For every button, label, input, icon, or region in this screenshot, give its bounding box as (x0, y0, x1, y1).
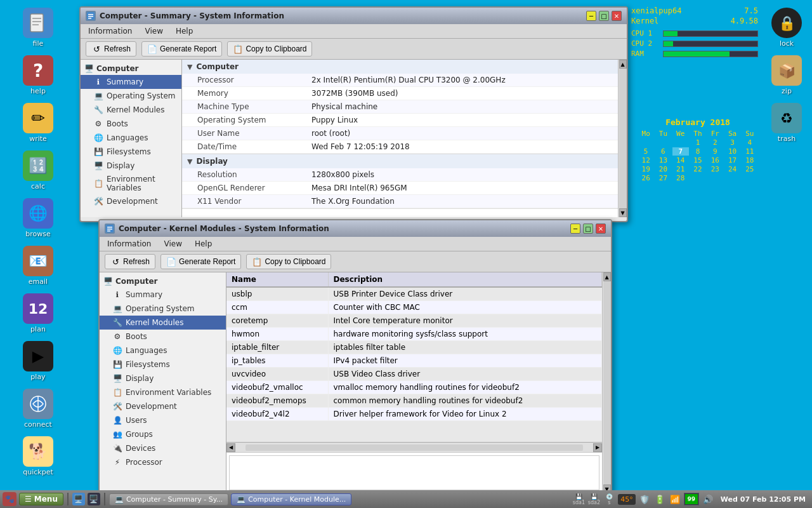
sidebar-item-display[interactable]: 🖥️ Display (81, 159, 181, 173)
summary-generate-button[interactable]: 📄 Generate Report (141, 41, 222, 57)
summary-maximize-button[interactable]: □ (599, 11, 609, 21)
computer-section-toggle[interactable]: ▼ (187, 63, 192, 71)
sidebar-item-envvars[interactable]: 📋 Environment Variables (81, 173, 181, 194)
taskbar-quick-launch-1[interactable]: 🖥️ (72, 493, 85, 505)
km-menu-information[interactable]: Information (105, 239, 154, 249)
km-hscroll[interactable]: ◀ ▶ (226, 442, 602, 452)
desktop-icon-calc[interactable]: 🔢 calc (13, 148, 63, 193)
taskbar-quick-launch-2[interactable]: 🖥️ (88, 493, 100, 505)
km-scroll-up-btn[interactable]: ▲ (603, 272, 611, 281)
table-row[interactable]: hwmonhardware monitoring sysfs/class sup… (226, 328, 602, 341)
table-row[interactable]: iptable_filteriptables filter table (226, 341, 602, 354)
km-sidebar-item-devices[interactable]: 🔌 Devices (100, 441, 226, 455)
desktop-icon-file[interactable]: file (13, 5, 63, 50)
km-sidebar-item-dev[interactable]: 🛠️ Development (100, 399, 226, 413)
km-close-button[interactable]: ✕ (596, 224, 606, 234)
hscroll-left-btn[interactable]: ◀ (226, 443, 235, 452)
summary-refresh-button[interactable]: ↺ Refresh (86, 41, 136, 57)
km-table-scroll[interactable]: Name Description usblpUSB Printer Device… (226, 272, 602, 442)
desktop-icon-lock[interactable]: 🔒 lock (761, 5, 812, 50)
sidebar-item-boots[interactable]: ⚙️ Boots (81, 117, 181, 131)
desktop-icon-connect[interactable]: connect (13, 386, 63, 431)
desktop-icon-write[interactable]: ✏️ write (13, 100, 63, 145)
tray-battery-icon[interactable]: 🔋 (653, 493, 666, 505)
sidebar-item-os[interactable]: 💻 Operating System (81, 89, 181, 103)
tray-disk3-icon[interactable]: 💿 s (603, 493, 615, 505)
desktop-icon-email[interactable]: 📧 email (13, 243, 63, 288)
taskbar-item-kernel[interactable]: 💻 Computer - Kernel Module... (231, 493, 351, 505)
summary-window-controls: ─ □ ✕ (586, 11, 622, 21)
km-tree-root-label: Computer (115, 277, 157, 286)
table-row[interactable]: videobuf2_v4l2Driver helper framework fo… (226, 408, 602, 421)
tray-cpu-indicator[interactable]: 99 (684, 493, 699, 505)
km-refresh-button[interactable]: ↺ Refresh (105, 254, 155, 269)
table-row[interactable]: videobuf2_memopscommon memory handling r… (226, 394, 602, 408)
summary-menu-view[interactable]: View (142, 26, 165, 36)
opengl-label: OpenGL Renderer (197, 184, 311, 192)
km-scrollbar[interactable]: ▲ ▼ (602, 272, 611, 493)
table-row[interactable]: uvcvideoUSB Video Class driver (226, 368, 602, 381)
km-sidebar-item-os[interactable]: 💻 Operating System (100, 302, 226, 316)
summary-titlebar[interactable]: Computer - Summary - System Information … (81, 8, 627, 24)
sidebar-item-languages[interactable]: 🌐 Languages (81, 131, 181, 145)
table-row[interactable]: usblpUSB Printer Device Class driver (226, 287, 602, 301)
sidebar-item-development[interactable]: 🛠️ Development (81, 194, 181, 208)
km-sidebar-item-summary[interactable]: ℹ️ Summary (100, 288, 226, 302)
tray-security-icon[interactable]: 🛡️ (638, 493, 651, 505)
km-copy-button[interactable]: 📋 Copy to Clipboard (246, 254, 331, 269)
summary-scrollbar[interactable]: ▲ ▼ (618, 60, 627, 217)
desktop-icon-browse[interactable]: 🌐 browse (13, 196, 63, 241)
scroll-up-btn[interactable]: ▲ (619, 60, 627, 69)
tray-sda2-icon[interactable]: 💾 sda2 (587, 493, 600, 505)
tray-temp[interactable]: 45° (618, 494, 636, 505)
taskbar-item-summary[interactable]: 💻 Computer - Summary - Sy... (109, 493, 228, 505)
tray-volume-icon[interactable]: 🔊 (702, 493, 714, 505)
km-sidebar-item-users[interactable]: 👤 Users (100, 413, 226, 427)
hscroll-thumb[interactable] (246, 444, 583, 451)
info-row-username: User Name root (root) (182, 127, 618, 140)
summary-copy-button[interactable]: 📋 Copy to Clipboard (227, 41, 312, 57)
summary-minimize-button[interactable]: ─ (586, 11, 596, 21)
summary-main-content[interactable]: ▼ Computer Processor 2x Intel(R) Pentium… (182, 60, 618, 217)
km-row-desc: hardware monitoring sysfs/class support (328, 328, 602, 341)
km-sidebar-item-filesystems[interactable]: 💾 Filesystems (100, 358, 226, 371)
km-sidebar-item-boots[interactable]: ⚙️ Boots (100, 330, 226, 344)
km-maximize-button[interactable]: □ (583, 224, 593, 234)
km-generate-button[interactable]: 📄 Generate Report (160, 254, 241, 269)
km-sidebar-item-languages[interactable]: 🌐 Languages (100, 344, 226, 358)
desktop-icon-trash[interactable]: ♻️ trash (761, 100, 812, 145)
km-sidebar-devices-label: Devices (126, 444, 155, 453)
sidebar-item-kernel[interactable]: 🔧 Kernel Modules (81, 103, 181, 117)
km-menubar: Information View Help (100, 237, 611, 251)
km-menu-help[interactable]: Help (192, 239, 214, 249)
km-sidebar-item-kernel[interactable]: 🔧 Kernel Modules (100, 316, 226, 330)
table-row[interactable]: coretempIntel Core temperature monitor (226, 314, 602, 328)
tray-sda1-icon[interactable]: 💾 sda1 (572, 493, 585, 505)
taskbar-start-button[interactable]: ☰ Menu (19, 493, 63, 505)
display-section-toggle[interactable]: ▼ (187, 157, 192, 166)
desktop-icon-help[interactable]: ? help (13, 53, 63, 98)
km-menu-view[interactable]: View (161, 239, 184, 249)
km-sidebar-item-envvars[interactable]: 📋 Environment Variables (100, 385, 226, 399)
desktop-icon-zip[interactable]: 📦 zip (761, 53, 812, 98)
table-row[interactable]: ccmCounter with CBC MAC (226, 301, 602, 314)
summary-close-button[interactable]: ✕ (612, 11, 622, 21)
sidebar-item-filesystems[interactable]: 💾 Filesystems (81, 145, 181, 159)
km-minimize-button[interactable]: ─ (570, 224, 580, 234)
summary-menu-information[interactable]: Information (86, 26, 134, 36)
scroll-down-btn[interactable]: ▼ (619, 208, 627, 217)
desktop-icon-quickpet[interactable]: 🐕 quickpet (13, 434, 63, 479)
km-sidebar-item-processor[interactable]: ⚡ Processor (100, 455, 226, 469)
table-row[interactable]: videobuf2_vmallocvmalloc memory handling… (226, 381, 602, 394)
sidebar-item-summary[interactable]: ℹ️ Summary (81, 75, 181, 89)
km-sidebar-item-display[interactable]: 🖥️ Display (100, 371, 226, 385)
km-detail-textarea[interactable] (229, 455, 599, 490)
km-titlebar[interactable]: Computer - Kernel Modules - System Infor… (100, 220, 611, 237)
km-sidebar-item-groups[interactable]: 👥 Groups (100, 427, 226, 441)
desktop-icon-play[interactable]: ▶️ play (13, 338, 63, 384)
tray-wifi-icon[interactable]: 📶 (669, 493, 681, 505)
hscroll-right-btn[interactable]: ▶ (593, 443, 602, 452)
desktop-icon-plan[interactable]: 12 plan (13, 291, 63, 336)
table-row[interactable]: ip_tablesIPv4 packet filter (226, 354, 602, 368)
summary-menu-help[interactable]: Help (173, 26, 195, 36)
